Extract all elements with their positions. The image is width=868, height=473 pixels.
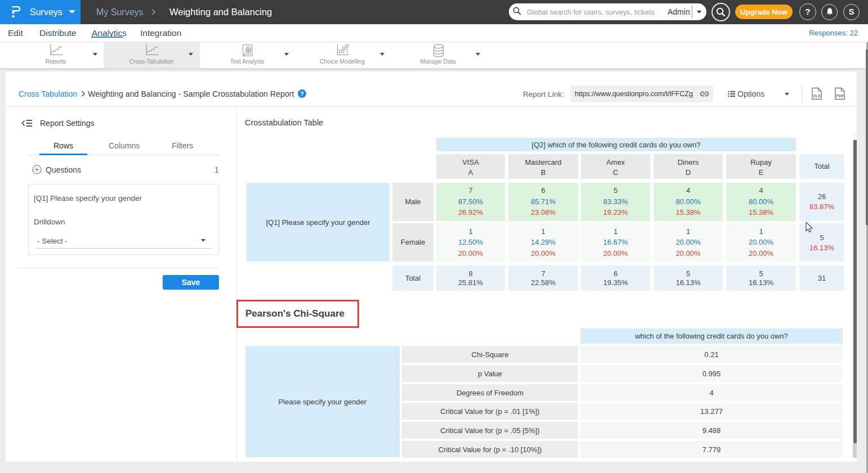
svg-text:XLS: XLS bbox=[813, 94, 821, 98]
svg-text:PDF: PDF bbox=[836, 94, 844, 98]
